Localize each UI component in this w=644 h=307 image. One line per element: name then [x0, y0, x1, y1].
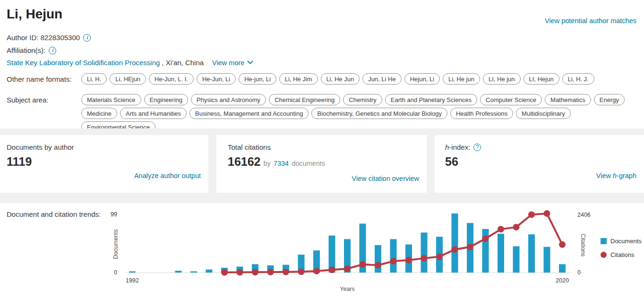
subject-area-pill: Mathematics: [545, 94, 591, 105]
documents-bar: [190, 271, 197, 273]
subject-area-pill: Biochemistry, Genetics and Molecular Bio…: [311, 108, 447, 119]
author-id-value: 8228305300: [41, 34, 80, 42]
affiliation-location: , Xi'an, China: [162, 59, 204, 67]
citations-point: [360, 261, 366, 268]
documents-bar: [498, 234, 504, 273]
author-id-row: Author ID: 8228305300 i: [7, 34, 91, 42]
analyze-author-output-link[interactable]: Analyze author output: [134, 172, 201, 179]
documents-bar: [421, 232, 428, 273]
citations-point: [405, 257, 412, 264]
x-axis-last-tick: 2020: [556, 277, 569, 284]
legend-label-documents: Documents: [610, 238, 642, 245]
page-title: Li, Hejun: [7, 7, 62, 22]
name-format-pill: Li, HEjun: [110, 73, 146, 85]
x-axis-first-tick: 1992: [126, 277, 139, 284]
left-axis-max-label: 99: [111, 211, 117, 218]
subject-area-pill: Engineering: [144, 94, 188, 105]
citations-point: [375, 262, 381, 268]
subject-area-pill: Earth and Planetary Sciences: [385, 94, 477, 105]
documents-swatch-icon: [601, 238, 607, 244]
view-potential-author-matches-link[interactable]: View potential author matches: [545, 17, 636, 25]
citations-point: [498, 226, 504, 232]
citations-point: [252, 269, 258, 275]
name-format-pill: Li, He Jim: [279, 73, 318, 85]
documents-bar: [513, 246, 520, 273]
trends-section-label: Document and citation trends:: [7, 210, 101, 218]
citations-point: [467, 244, 473, 250]
citations-point: [267, 269, 274, 275]
citations-point: [329, 266, 335, 273]
metrics-section: Documents by author 1119 Analyze author …: [0, 128, 644, 203]
subject-area-pill: Chemical Engineering: [269, 94, 340, 105]
name-format-pill: He-Jun, L. I.: [149, 73, 194, 85]
right-axis-max-label: 2406: [577, 212, 591, 218]
subject-area-pill: Arts and Humanities: [120, 108, 187, 119]
other-name-formats-label: Other name formats:: [7, 75, 72, 83]
citations-point: [544, 210, 550, 217]
citations-count-line: 16162 by 7334 documents: [228, 155, 325, 169]
left-axis-title: Documents: [112, 229, 119, 259]
author-id-label: Author ID: 8228305300: [7, 34, 80, 42]
subject-area-pill: Health Professions: [450, 108, 513, 119]
documents-count: 1119: [7, 155, 32, 169]
h-index-card: h-index: ? 56 View h-graph: [435, 135, 644, 193]
citations-point: [436, 253, 443, 260]
chevron-down-icon: [247, 60, 253, 65]
affiliations-row: Affiliation(s): i: [7, 46, 56, 54]
name-format-pill: He-jun, Li: [239, 73, 276, 85]
documents-bar: [175, 271, 182, 273]
documents-bar: [452, 213, 458, 273]
citations-count: 16162: [228, 155, 261, 169]
legend-item-documents[interactable]: Documents: [601, 238, 642, 245]
citations-swatch-icon: [601, 252, 607, 258]
subject-area-pill: Physics and Astronomy: [191, 94, 266, 105]
info-icon[interactable]: i: [49, 47, 56, 54]
documents-bar: [390, 239, 397, 273]
subject-area-pill: Computer Science: [480, 94, 542, 105]
right-axis-min-label: 0: [577, 269, 581, 276]
cited-documents-link[interactable]: 7334: [274, 160, 289, 167]
documents-by-author-card: Documents by author 1119 Analyze author …: [0, 135, 208, 193]
total-citations-card: Total citations 16162 by 7334 documents …: [216, 135, 427, 193]
subject-area-pill: Chemistry: [343, 94, 382, 105]
documents-bar: [129, 271, 136, 273]
name-format-pill: Li, He jun: [443, 73, 480, 85]
view-citation-overview-link[interactable]: View citation overview: [352, 175, 419, 182]
citations-point: [221, 269, 228, 276]
name-format-pill: Jun, Li He: [362, 73, 402, 85]
citations-point: [390, 258, 397, 264]
name-format-pill: He-Jun, Li: [197, 73, 236, 85]
citations-point: [528, 211, 535, 218]
by-word: by: [264, 160, 271, 167]
citations-point: [513, 224, 520, 230]
card-title: Total citations: [228, 143, 271, 151]
name-format-pill: Li, H.: [81, 73, 107, 85]
view-more-link[interactable]: View more: [212, 59, 253, 67]
documents-bar: [206, 270, 213, 273]
citations-point: [482, 235, 489, 242]
legend-item-citations[interactable]: Citations: [601, 251, 642, 258]
name-format-pill: LI, He jun: [483, 73, 521, 85]
name-format-pill: Li, H. J.: [562, 73, 594, 85]
affiliations-label: Affiliation(s):: [7, 46, 45, 54]
name-format-pill: LI, Hejun: [524, 73, 559, 85]
subject-area-list: Materials ScienceEngineeringPhysics and …: [81, 94, 638, 133]
view-h-graph-link[interactable]: View h-graph: [596, 172, 636, 179]
chart-legend: Documents Citations: [601, 238, 642, 258]
affiliation-detail-row: State Key Laboratory of Solidification P…: [7, 59, 253, 67]
affiliation-link[interactable]: State Key Laboratory of Solidification P…: [7, 59, 160, 67]
info-icon[interactable]: i: [83, 34, 91, 42]
citations-point: [237, 269, 243, 275]
documents-bar: [559, 264, 566, 273]
name-format-pill: Hejun, Li: [404, 73, 440, 85]
documents-bar: [544, 247, 550, 273]
name-format-pill: Li, He Jun: [321, 73, 360, 85]
subject-area-pill: Medicine: [81, 108, 117, 119]
card-title: h-index: ?: [445, 143, 481, 151]
help-icon[interactable]: ?: [473, 144, 481, 151]
right-axis-title: Citations: [580, 234, 586, 257]
citations-point: [559, 241, 566, 248]
legend-label-citations: Citations: [610, 251, 635, 258]
subject-area-pill: Multidisciplinary: [516, 108, 571, 119]
citations-point: [421, 255, 428, 262]
